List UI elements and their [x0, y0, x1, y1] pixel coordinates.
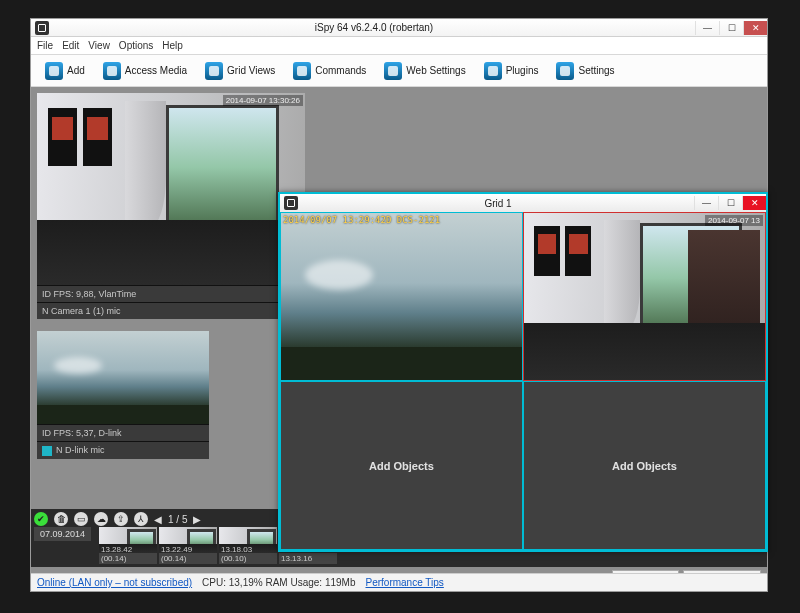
wall-art-icon [565, 226, 592, 276]
commands-icon [293, 62, 311, 80]
settings-icon [556, 62, 574, 80]
menu-options[interactable]: Options [119, 40, 153, 51]
grid-cell-2-video[interactable]: 2014-09-07 13 VlanTime [524, 213, 765, 380]
main-titlebar[interactable]: iSpy 64 v6.2.4.0 (robertan) — ☐ ✕ [31, 19, 767, 37]
camera1-panel[interactable]: 2014-09-07 13:30:26 ID FPS: 9,88, VlanTi… [37, 93, 305, 319]
menu-view[interactable]: View [88, 40, 110, 51]
toolbar-web-settings-label: Web Settings [406, 65, 465, 76]
page-prev[interactable]: ◀ [154, 514, 162, 525]
camera1-timestamp: 2014-09-07 13:30:26 [223, 95, 303, 106]
graph-icon[interactable]: ⅄ [134, 512, 148, 526]
media-thumb[interactable]: 13.22.49 (00.14) [159, 527, 217, 564]
media-thumb[interactable]: 13.18.03 (00.10) [219, 527, 277, 564]
grid-maximize-button[interactable]: ☐ [718, 196, 742, 210]
wall-art-icon [534, 226, 561, 276]
toolbar-grid-views[interactable]: Grid Views [197, 60, 283, 82]
grid-cell-2-label: VlanTime [526, 369, 560, 378]
grid-cell-1[interactable]: 2014/09/07 13:29:42D DCS-2121 D-link [280, 212, 523, 381]
add-icon [45, 62, 63, 80]
grid-cell-4[interactable]: Add Objects [523, 381, 766, 550]
menu-bar: File Edit View Options Help [31, 37, 767, 55]
status-bar: Online (LAN only – not subscribed) CPU: … [31, 573, 767, 591]
thumb-label: 13.13.16 [281, 554, 312, 563]
grid-cell-3[interactable]: Add Objects [280, 381, 523, 550]
wall-art-icon [83, 108, 112, 166]
mic-level-indicator [42, 446, 52, 456]
toolbar-commands-label: Commands [315, 65, 366, 76]
menu-file[interactable]: File [37, 40, 53, 51]
camera1-info-bar: ID FPS: 9,88, VlanTime [37, 285, 305, 302]
toolbar-plugins[interactable]: Plugins [476, 60, 547, 82]
grid-close-button[interactable]: ✕ [742, 196, 766, 210]
media-thumb[interactable]: 13.28.42 (00.14) [99, 527, 157, 564]
add-objects-button[interactable]: Add Objects [524, 382, 765, 549]
toolbar-web-settings[interactable]: Web Settings [376, 60, 473, 82]
curtain-shape [125, 101, 165, 228]
grid-cell-1-video[interactable]: 2014/09/07 13:29:42D DCS-2121 D-link [281, 213, 522, 380]
web-icon [384, 62, 402, 80]
maximize-button[interactable]: ☐ [719, 21, 743, 35]
grid-window[interactable]: Grid 1 — ☐ ✕ 2014/09/07 13:29:42D DCS-21… [278, 192, 768, 552]
menu-edit[interactable]: Edit [62, 40, 79, 51]
minimize-button[interactable]: — [695, 21, 719, 35]
status-online-link[interactable]: Online (LAN only – not subscribed) [37, 577, 192, 588]
camera1-mic-bar: N Camera 1 (1) mic [37, 302, 305, 319]
media-tools: ✔ 🗑 ▭ ☁ ⇪ ⅄ ◀ 1 / 5 ▶ [34, 512, 201, 526]
media-date-tag[interactable]: 07.09.2014 [34, 527, 91, 541]
toolbar-settings-label: Settings [578, 65, 614, 76]
window-title: iSpy 64 v6.2.4.0 (robertan) [53, 22, 695, 33]
toolbar-plugins-label: Plugins [506, 65, 539, 76]
grid-cell-2-timestamp: 2014-09-07 13 [705, 215, 763, 226]
thumb-label: 13.18.03 (00.10) [221, 545, 277, 563]
motion-line [714, 366, 757, 370]
plant-shape [69, 226, 97, 254]
media-icon [103, 62, 121, 80]
media-page-counter: 1 / 5 [168, 514, 187, 525]
upload-icon[interactable]: ☁ [94, 512, 108, 526]
status-tips-link[interactable]: Performance Tips [365, 577, 443, 588]
toolbar-grid-views-label: Grid Views [227, 65, 275, 76]
grid-minimize-button[interactable]: — [694, 196, 718, 210]
plugins-icon [484, 62, 502, 80]
toolbar-add-label: Add [67, 65, 85, 76]
wall-art-icon [48, 108, 77, 166]
main-toolbar: Add Access Media Grid Views Commands Web… [31, 55, 767, 87]
app-icon [35, 21, 49, 35]
menu-help[interactable]: Help [162, 40, 183, 51]
table-shape [48, 243, 177, 278]
camera2-mic-label: N D-link mic [56, 445, 105, 455]
delete-icon[interactable]: 🗑 [54, 512, 68, 526]
camera2-mic-bar: N D-link mic [37, 441, 209, 459]
grid-cell-1-label: D-link [283, 369, 303, 378]
thumb-label: 13.28.42 (00.14) [101, 545, 157, 563]
camera2-video[interactable] [37, 331, 209, 424]
grid-cell-2[interactable]: 2014-09-07 13 VlanTime [523, 212, 766, 381]
camera2-info-bar: ID FPS: 5,37, D-link [37, 424, 209, 441]
toolbar-add[interactable]: Add [37, 60, 93, 82]
grid-icon [205, 62, 223, 80]
toolbar-access-media[interactable]: Access Media [95, 60, 195, 82]
page-next[interactable]: ▶ [193, 514, 201, 525]
thumb-label: 13.22.49 (00.14) [161, 545, 217, 563]
grid-window-title: Grid 1 [302, 198, 694, 209]
camera1-video[interactable]: 2014-09-07 13:30:26 [37, 93, 305, 285]
curtain-shape [604, 220, 640, 330]
toolbar-access-media-label: Access Media [125, 65, 187, 76]
grid-cell-1-timestamp: 2014/09/07 13:29:42D DCS-2121 [283, 215, 440, 225]
add-objects-button[interactable]: Add Objects [281, 382, 522, 549]
grid-titlebar[interactable]: Grid 1 — ☐ ✕ [280, 194, 766, 212]
share-icon[interactable]: ⇪ [114, 512, 128, 526]
camera2-panel[interactable]: ID FPS: 5,37, D-link N D-link mic [37, 331, 209, 459]
status-stats: CPU: 13,19% RAM Usage: 119Mb [202, 577, 355, 588]
toolbar-settings[interactable]: Settings [548, 60, 622, 82]
app-icon [284, 196, 298, 210]
ok-icon[interactable]: ✔ [34, 512, 48, 526]
shelf-shape [688, 230, 760, 347]
grid-body: 2014/09/07 13:29:42D DCS-2121 D-link 201… [280, 212, 766, 550]
toolbar-commands[interactable]: Commands [285, 60, 374, 82]
close-button[interactable]: ✕ [743, 21, 767, 35]
archive-icon[interactable]: ▭ [74, 512, 88, 526]
